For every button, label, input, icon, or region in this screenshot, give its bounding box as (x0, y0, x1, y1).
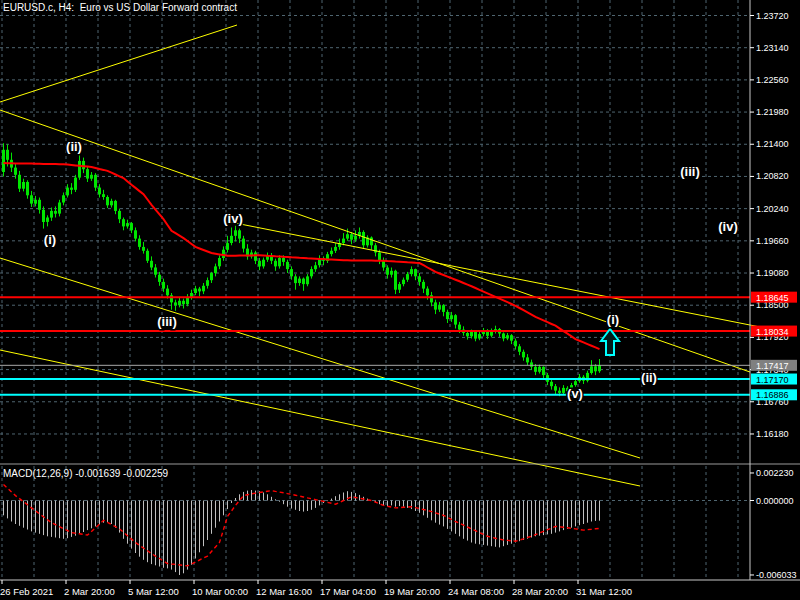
candle-body (550, 382, 553, 386)
candle-body (558, 391, 561, 393)
candle-body (166, 289, 169, 296)
candle-body (334, 247, 337, 251)
candle-body (298, 279, 301, 283)
candle-body (218, 258, 221, 266)
candle-body (22, 182, 25, 189)
candle-body (510, 335, 513, 341)
candle-body (350, 234, 353, 240)
candle-body (282, 258, 285, 262)
price-axis-label: 1.19080 (756, 268, 789, 278)
candle-body (574, 381, 577, 385)
candle-body (474, 332, 477, 339)
candle-body (590, 366, 593, 373)
wave-label[interactable]: (iii) (157, 314, 177, 329)
price-axis-label: 1.22560 (756, 75, 789, 85)
time-axis-label: 10 Mar 00:00 (192, 586, 248, 597)
candle-body (530, 362, 533, 366)
candle-body (370, 238, 373, 246)
price-axis-label: 1.16180 (756, 429, 789, 439)
time-axis-label: 24 Mar 08:00 (448, 586, 504, 597)
candle-body (90, 175, 93, 179)
candle-body (178, 301, 181, 305)
price-line-badge-label: 1.18034 (756, 327, 789, 337)
candle-body (230, 236, 233, 243)
candle-body (2, 150, 5, 172)
price-axis-label: 1.21400 (756, 139, 789, 149)
price-axis-label: 1.23140 (756, 43, 789, 53)
candle-body (126, 223, 129, 226)
candle-body (506, 335, 509, 338)
candle-body (330, 251, 333, 254)
candle-body (466, 333, 469, 336)
candle-body (426, 289, 429, 296)
candle-body (406, 274, 409, 280)
candle-body (478, 334, 481, 338)
candle-body (286, 262, 289, 269)
candle-body (362, 232, 365, 245)
candle-body (342, 239, 345, 243)
candle-body (562, 388, 565, 393)
price-axis-label: 1.20820 (756, 171, 789, 181)
wave-label[interactable]: (i) (607, 312, 619, 327)
macd-indicator-label: MACD(12,26,9) -0.001639 -0.002259 (3, 468, 168, 479)
candle-body (122, 219, 125, 226)
candle-body (214, 266, 217, 273)
price-axis-label: 1.23720 (756, 11, 789, 21)
candle-body (70, 188, 73, 190)
candle-body (594, 366, 597, 371)
time-axis-label: 28 Mar 20:00 (512, 586, 568, 597)
candle-body (514, 341, 517, 347)
candle-body (518, 346, 521, 352)
wave-label[interactable]: (iii) (680, 164, 700, 179)
candle-body (74, 178, 77, 190)
wave-label[interactable]: (ii) (66, 139, 82, 154)
price-line-badge-label: 1.16886 (756, 390, 789, 400)
price-line-badge-label: 1.17170 (756, 375, 789, 385)
macd-axis-label: 0.002230 (756, 468, 794, 478)
candle-body (138, 239, 141, 247)
price-chart-canvas[interactable]: 1.237201.231401.225601.219801.214001.208… (0, 0, 800, 600)
candle-body (114, 201, 117, 211)
candle-body (234, 230, 237, 236)
candle-body (446, 312, 449, 319)
time-axis-label: 26 Feb 2021 (0, 586, 53, 597)
candle-body (310, 269, 313, 276)
candle-body (134, 230, 137, 238)
price-axis-label: 1.19660 (756, 236, 789, 246)
time-axis-label: 12 Mar 16:00 (256, 586, 312, 597)
chart-title: EURUSD.c, H4: Euro vs US Dollar Forward … (3, 2, 237, 13)
candle-body (598, 365, 601, 371)
wave-label[interactable]: (iv) (223, 211, 243, 226)
candle-body (414, 269, 417, 276)
candle-body (554, 386, 557, 390)
candle-body (278, 258, 281, 266)
candle-body (290, 269, 293, 276)
candle-body (82, 161, 85, 169)
candle-body (142, 247, 145, 251)
candle-body (182, 301, 185, 304)
candle-body (258, 261, 261, 267)
candle-body (158, 275, 161, 282)
candle-body (58, 203, 61, 214)
wave-label[interactable]: (ii) (641, 370, 657, 385)
candle-body (54, 211, 57, 214)
wave-label[interactable]: (i) (44, 232, 56, 247)
candle-body (198, 289, 201, 292)
candle-body (174, 302, 177, 305)
candle-body (154, 268, 157, 275)
candle-body (458, 325, 461, 330)
candle-body (86, 169, 89, 178)
time-axis-label: 19 Mar 20:00 (384, 586, 440, 597)
wave-label[interactable]: (iv) (718, 219, 738, 234)
price-axis-label: 1.20240 (756, 204, 789, 214)
candle-body (294, 276, 297, 283)
candle-body (442, 305, 445, 312)
candle-body (242, 239, 245, 249)
candle-body (38, 200, 41, 210)
candle-body (438, 305, 441, 309)
candle-body (354, 236, 357, 240)
candle-body (34, 200, 37, 204)
candle-body (346, 234, 349, 238)
wave-label[interactable]: (v) (567, 386, 583, 401)
candle-body (26, 182, 29, 195)
